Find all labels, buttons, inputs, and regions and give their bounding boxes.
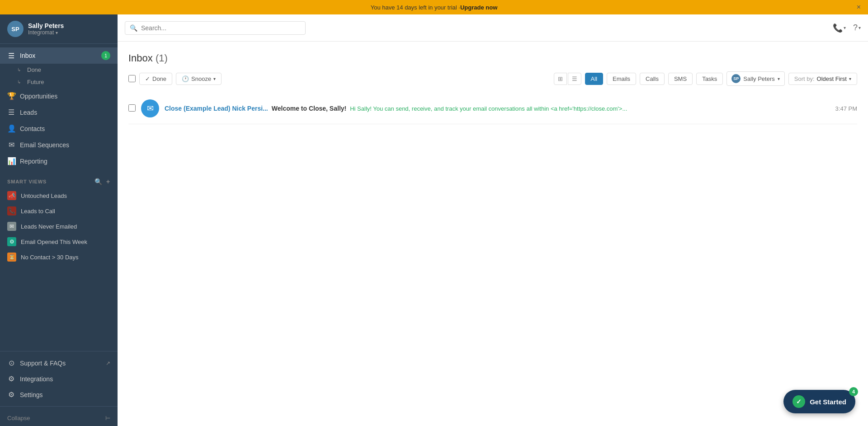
leads-to-call-icon: 📞 (7, 206, 16, 215)
sort-value: Oldest First (817, 75, 847, 82)
smart-views-title: SMART VIEWS (7, 179, 47, 184)
upgrade-link[interactable]: Upgrade now (460, 4, 497, 11)
sidebar-item-reporting[interactable]: 📊 Reporting (0, 153, 118, 169)
email-opened-label: Email Opened This Week (21, 239, 87, 245)
no-contact-icon: ⏳ (7, 253, 16, 262)
sidebar-item-inbox[interactable]: ☰ Inbox 1 (0, 47, 118, 64)
header: 🔍 📞 ▾ ? ▾ (118, 14, 868, 42)
inbox-list: ✉ Close (Example Lead) Nick Persi... Wel… (128, 93, 857, 124)
inbox-badge: 1 (101, 51, 110, 60)
untouched-leads-icon: 📣 (7, 191, 16, 200)
phone-chevron-icon: ▾ (844, 25, 846, 30)
filter-calls-button[interactable]: Calls (640, 73, 665, 85)
smart-views-add-icon[interactable]: + (106, 178, 110, 185)
leads-label: Leads (20, 109, 37, 116)
sort-button[interactable]: Sort by: Oldest First ▾ (788, 73, 857, 85)
view-grid-button[interactable]: ⊞ (554, 73, 567, 85)
smart-view-untouched-leads[interactable]: 📣 Untouched Leads (0, 188, 118, 203)
done-label: Done (27, 66, 41, 73)
leads-never-emailed-label: Leads Never Emailed (21, 223, 77, 230)
snooze-chevron-icon: ▾ (213, 76, 216, 81)
email-checkbox[interactable] (128, 104, 136, 113)
toolbar-right: ⊞ ☰ All Emails Calls SMS Tasks SP Sally … (554, 71, 857, 86)
select-all-checkbox[interactable] (128, 75, 136, 82)
user-org[interactable]: Integromat ▾ (28, 29, 110, 36)
search-icon: 🔍 (130, 24, 137, 32)
filter-tasks-button[interactable]: Tasks (696, 73, 723, 85)
collapse-button[interactable]: Collapse ⊢ (0, 410, 118, 426)
banner-close-button[interactable]: × (857, 3, 861, 11)
snooze-clock-icon: 🕐 (182, 75, 189, 82)
sort-label: Sort by: (794, 75, 815, 82)
sidebar-item-leads[interactable]: ☰ Leads + (0, 104, 118, 121)
phone-icon: 📞 (833, 23, 843, 33)
untouched-leads-label: Untouched Leads (21, 192, 67, 199)
collapse-icon: ⊢ (105, 415, 110, 421)
get-started-label: Get Started (810, 398, 846, 406)
done-button[interactable]: ✓ Done (139, 73, 172, 85)
smart-views-search-icon[interactable]: 🔍 (94, 178, 103, 185)
user-filter-chevron-icon: ▾ (778, 76, 780, 81)
sidebar-item-done[interactable]: ↳ Done (0, 64, 118, 76)
get-started-button[interactable]: 4 ✓ Get Started (783, 390, 855, 413)
inbox-title-text: Inbox (128, 52, 153, 64)
header-right: 📞 ▾ ? ▾ (833, 23, 861, 33)
user-filter-button[interactable]: SP Sally Peters ▾ (726, 71, 784, 86)
smart-view-leads-never-emailed[interactable]: ✉ Leads Never Emailed (0, 219, 118, 234)
filter-all-button[interactable]: All (585, 73, 603, 85)
bottom-nav: ⊙ Support & FAQs ↗ ⚙ Integrations ⚙ Sett… (0, 347, 118, 426)
get-started-badge: 4 (849, 387, 858, 396)
trial-banner: You have 14 days left in your trial · Up… (0, 0, 868, 14)
snooze-button[interactable]: 🕐 Snooze ▾ (176, 73, 222, 85)
user-section: SP Sally Peters Integromat ▾ (0, 14, 118, 44)
inbox-icon: ☰ (7, 51, 15, 60)
sidebar-item-support[interactable]: ⊙ Support & FAQs ↗ (0, 355, 118, 371)
app-container: SP Sally Peters Integromat ▾ ☰ Inbox 1 ↳… (0, 14, 868, 426)
view-list-button[interactable]: ☰ (568, 73, 581, 85)
sidebar: SP Sally Peters Integromat ▾ ☰ Inbox 1 ↳… (0, 14, 118, 426)
collapse-label: Collapse (7, 415, 30, 421)
reporting-icon: 📊 (7, 157, 15, 165)
inbox-label: Inbox (20, 52, 35, 59)
user-name: Sally Peters (28, 22, 110, 29)
integrations-icon: ⚙ (7, 375, 15, 383)
smart-view-leads-to-call[interactable]: 📞 Leads to Call (0, 203, 118, 219)
sort-chevron-icon: ▾ (849, 76, 851, 81)
collapse-divider (0, 406, 118, 407)
sidebar-item-contacts[interactable]: 👤 Contacts (0, 121, 118, 136)
email-content: Close (Example Lead) Nick Persi... Welco… (165, 105, 830, 112)
sidebar-item-opportunities[interactable]: 🏆 Opportunities (0, 88, 118, 104)
email-opened-icon: ⚙ (7, 237, 16, 246)
search-input[interactable] (141, 24, 301, 32)
trial-text: You have 14 days left in your trial · (371, 4, 460, 11)
sidebar-item-future[interactable]: ↳ Future (0, 76, 118, 88)
view-toggle: ⊞ ☰ (554, 73, 581, 85)
email-sequences-label: Email Sequences (20, 141, 69, 149)
sidebar-item-settings[interactable]: ⚙ Settings (0, 387, 118, 403)
filter-sms-button[interactable]: SMS (668, 73, 693, 85)
email-preview: Hi Sally! You can send, receive, and tra… (350, 105, 627, 112)
settings-icon: ⚙ (7, 390, 15, 399)
email-from[interactable]: Close (Example Lead) Nick Persi... (165, 105, 268, 112)
help-button[interactable]: ? ▾ (853, 23, 861, 33)
leads-to-call-label: Leads to Call (21, 208, 55, 215)
search-box[interactable]: 🔍 (125, 21, 306, 35)
avatar: SP (7, 21, 24, 37)
table-row: ✉ Close (Example Lead) Nick Persi... Wel… (128, 93, 857, 124)
sidebar-item-integrations[interactable]: ⚙ Integrations (0, 371, 118, 387)
smart-view-email-opened[interactable]: ⚙ Email Opened This Week (0, 234, 118, 249)
contacts-label: Contacts (20, 125, 45, 132)
integrations-label: Integrations (20, 375, 53, 383)
phone-button[interactable]: 📞 ▾ (833, 23, 846, 33)
filter-emails-button[interactable]: Emails (607, 73, 636, 85)
sidebar-item-email-sequences[interactable]: ✉ Email Sequences + (0, 136, 118, 153)
email-select-checkbox[interactable] (128, 104, 136, 112)
future-label: Future (27, 79, 44, 85)
main-nav: ☰ Inbox 1 ↳ Done ↳ Future 🏆 Opportunitie… (0, 44, 118, 173)
snooze-label: Snooze (191, 75, 211, 82)
done-label: Done (152, 75, 166, 82)
email-icon: ✉ (141, 99, 159, 117)
opportunities-label: Opportunities (20, 93, 57, 100)
smart-view-no-contact[interactable]: ⏳ No Contact > 30 Days (0, 249, 118, 265)
support-icon: ⊙ (7, 359, 15, 367)
